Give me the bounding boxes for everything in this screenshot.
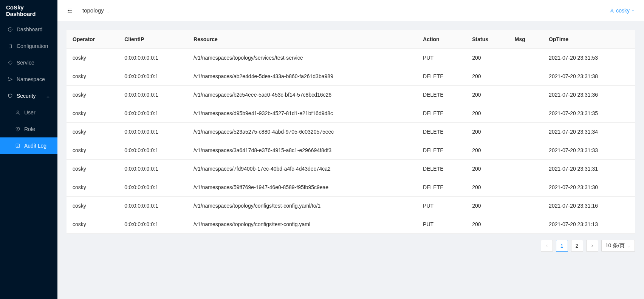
audit-log-table-card: OperatorClientIPResourceActionStatusMsgO… bbox=[67, 30, 635, 234]
cell-clientIp: 0:0:0:0:0:0:0:1 bbox=[118, 123, 187, 141]
cell-opTime: 2021-07-20 23:31:13 bbox=[543, 215, 635, 234]
sidebar-item-security[interactable]: Security bbox=[0, 88, 57, 104]
table-row: cosky0:0:0:0:0:0:0:1/v1/namespaces/7fd94… bbox=[67, 160, 635, 178]
cell-operator: cosky bbox=[67, 49, 118, 67]
cell-clientIp: 0:0:0:0:0:0:0:1 bbox=[118, 160, 187, 178]
namespace-selector[interactable]: topology bbox=[82, 7, 110, 14]
cell-msg bbox=[509, 197, 543, 215]
cell-clientIp: 0:0:0:0:0:0:0:1 bbox=[118, 104, 187, 123]
nodes-icon bbox=[8, 77, 13, 82]
cell-clientIp: 0:0:0:0:0:0:0:1 bbox=[118, 178, 187, 197]
sidebar-item-service[interactable]: Service bbox=[0, 54, 57, 71]
audit-icon bbox=[15, 143, 20, 148]
pagination-next[interactable] bbox=[586, 240, 598, 252]
table-row: cosky0:0:0:0:0:0:0:1/v1/namespaces/d95b9… bbox=[67, 104, 635, 123]
breadcrumb-label: topology bbox=[82, 7, 104, 14]
pagination-page-2[interactable]: 2 bbox=[571, 240, 583, 252]
audit-log-table: OperatorClientIPResourceActionStatusMsgO… bbox=[67, 30, 635, 234]
role-icon bbox=[15, 126, 20, 132]
pagination-page-1[interactable]: 1 bbox=[556, 240, 568, 252]
sidebar-item-label: Service bbox=[17, 60, 34, 66]
cell-status: 200 bbox=[466, 141, 509, 160]
table-row: cosky0:0:0:0:0:0:0:1/v1/namespaces/ab2e4… bbox=[67, 67, 635, 86]
page-size-selector[interactable]: 10 条/页 bbox=[601, 240, 635, 252]
cell-clientIp: 0:0:0:0:0:0:0:1 bbox=[118, 67, 187, 86]
sidebar-item-label: Configuration bbox=[17, 43, 48, 49]
user-name: cosky bbox=[616, 8, 630, 14]
cell-msg bbox=[509, 215, 543, 234]
cell-action: DELETE bbox=[417, 104, 466, 123]
cell-operator: cosky bbox=[67, 86, 118, 104]
cell-msg bbox=[509, 141, 543, 160]
cell-action: DELETE bbox=[417, 86, 466, 104]
cell-opTime: 2021-07-20 23:31:33 bbox=[543, 141, 635, 160]
chevron-right-icon bbox=[590, 244, 594, 248]
cell-opTime: 2021-07-20 23:31:16 bbox=[543, 197, 635, 215]
cell-action: DELETE bbox=[417, 160, 466, 178]
cell-msg bbox=[509, 160, 543, 178]
cell-operator: cosky bbox=[67, 67, 118, 86]
cell-operator: cosky bbox=[67, 215, 118, 234]
sidebar: CoSky Dashboard Dashboard Configuration … bbox=[0, 0, 57, 299]
svg-point-3 bbox=[11, 79, 12, 80]
svg-point-5 bbox=[17, 128, 18, 129]
column-header: Msg bbox=[509, 30, 543, 49]
cell-resource: /v1/namespaces/7fd9400b-17ec-40bd-a4fc-4… bbox=[187, 160, 417, 178]
shield-icon bbox=[8, 93, 13, 99]
table-row: cosky0:0:0:0:0:0:0:1/v1/namespaces/59ff7… bbox=[67, 178, 635, 197]
cell-resource: /v1/namespaces/59ff769e-1947-46e0-8589-f… bbox=[187, 178, 417, 197]
page-size-label: 10 条/页 bbox=[605, 242, 625, 249]
column-header: Resource bbox=[187, 30, 417, 49]
cell-action: DELETE bbox=[417, 178, 466, 197]
cell-action: DELETE bbox=[417, 67, 466, 86]
cell-opTime: 2021-07-20 23:31:35 bbox=[543, 104, 635, 123]
brand-title: CoSky Dashboard bbox=[0, 0, 57, 21]
cell-msg bbox=[509, 178, 543, 197]
chevron-down-icon bbox=[106, 9, 110, 12]
cell-status: 200 bbox=[466, 197, 509, 215]
user-menu[interactable]: cosky bbox=[609, 8, 635, 14]
pagination-prev[interactable] bbox=[541, 240, 553, 252]
dashboard-icon bbox=[8, 27, 13, 32]
column-header: ClientIP bbox=[118, 30, 187, 49]
column-header: OpTime bbox=[543, 30, 635, 49]
sidebar-item-configuration[interactable]: Configuration bbox=[0, 38, 57, 54]
chevron-left-icon bbox=[545, 244, 549, 248]
cell-clientIp: 0:0:0:0:0:0:0:1 bbox=[118, 49, 187, 67]
cell-opTime: 2021-07-20 23:31:34 bbox=[543, 123, 635, 141]
cell-operator: cosky bbox=[67, 141, 118, 160]
cell-status: 200 bbox=[466, 86, 509, 104]
sidebar-item-label: Dashboard bbox=[17, 26, 43, 32]
tag-icon bbox=[8, 60, 13, 65]
table-row: cosky0:0:0:0:0:0:0:1/v1/namespaces/topol… bbox=[67, 49, 635, 67]
menu-fold-icon[interactable] bbox=[67, 7, 73, 14]
cell-action: DELETE bbox=[417, 123, 466, 141]
cell-opTime: 2021-07-20 23:31:53 bbox=[543, 49, 635, 67]
cell-status: 200 bbox=[466, 160, 509, 178]
cell-msg bbox=[509, 86, 543, 104]
chevron-down-icon bbox=[631, 9, 635, 12]
cell-resource: /v1/namespaces/b2c54eee-5ac0-453c-bf14-5… bbox=[187, 86, 417, 104]
sidebar-item-namespace[interactable]: Namespace bbox=[0, 71, 57, 88]
cell-operator: cosky bbox=[67, 160, 118, 178]
cell-resource: /v1/namespaces/523a5275-c880-4abd-9705-6… bbox=[187, 123, 417, 141]
table-row: cosky0:0:0:0:0:0:0:1/v1/namespaces/topol… bbox=[67, 197, 635, 215]
cell-operator: cosky bbox=[67, 197, 118, 215]
cell-clientIp: 0:0:0:0:0:0:0:1 bbox=[118, 215, 187, 234]
sidebar-item-user[interactable]: User bbox=[0, 104, 57, 121]
file-icon bbox=[8, 43, 13, 49]
chevron-down-icon bbox=[627, 244, 631, 248]
cell-clientIp: 0:0:0:0:0:0:0:1 bbox=[118, 141, 187, 160]
user-icon bbox=[15, 110, 20, 115]
cell-resource: /v1/namespaces/topology/configs/test-con… bbox=[187, 197, 417, 215]
cell-resource: /v1/namespaces/3a6417d8-e376-4915-a8c1-e… bbox=[187, 141, 417, 160]
cell-opTime: 2021-07-20 23:31:36 bbox=[543, 86, 635, 104]
cell-opTime: 2021-07-20 23:31:38 bbox=[543, 67, 635, 86]
cell-msg bbox=[509, 104, 543, 123]
cell-msg bbox=[509, 49, 543, 67]
svg-point-1 bbox=[8, 77, 9, 78]
sidebar-item-audit-log[interactable]: Audit Log bbox=[0, 137, 57, 154]
sidebar-item-dashboard[interactable]: Dashboard bbox=[0, 21, 57, 38]
sidebar-item-role[interactable]: Role bbox=[0, 121, 57, 137]
cell-status: 200 bbox=[466, 178, 509, 197]
